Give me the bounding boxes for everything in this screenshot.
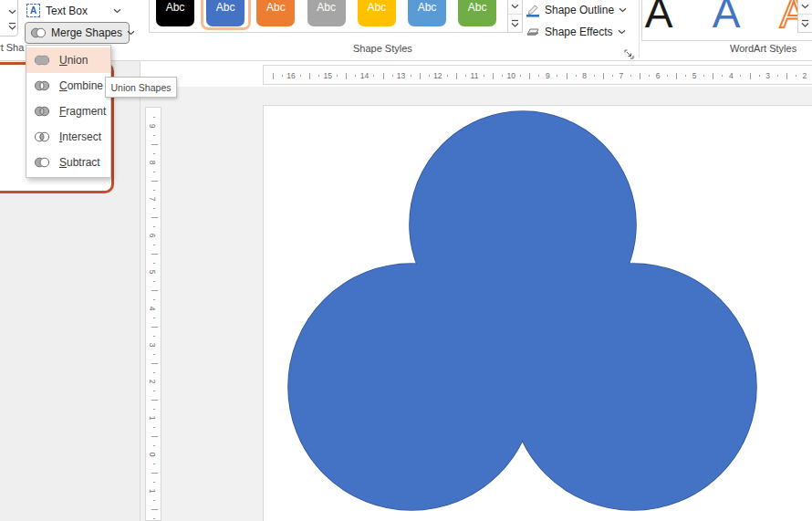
chevron-down-icon [127, 30, 135, 36]
ribbon-bottom-border [0, 60, 812, 61]
merge-shapes-label: Merge Shapes [51, 26, 122, 39]
menu-item-fragment[interactable]: Fragment [26, 99, 110, 124]
menu-item-combine[interactable]: Combine [26, 73, 110, 99]
shape-effects-icon [526, 25, 540, 39]
merge-shapes-button[interactable]: Merge Shapes [25, 22, 130, 44]
chevron-down-icon [113, 8, 121, 14]
group-separator [639, 0, 640, 57]
text-box-icon: A [26, 4, 40, 17]
merge-shapes-menu: UnionCombineFragmentIntersectSubtract [26, 45, 111, 178]
text-box-button[interactable]: A Text Box [26, 2, 121, 19]
combine-shapes-icon [34, 79, 50, 92]
gallery-scroll-down-button[interactable] [798, 0, 812, 14]
shape-styles-group-label: Shape Styles [353, 43, 412, 54]
wordart-styles-group-label: WordArt Styles [730, 43, 796, 54]
menu-item-label: Fragment [59, 105, 106, 118]
shape-styles-gallery-scroll [507, 0, 523, 33]
wordart-style-option[interactable]: A [644, 0, 673, 40]
gallery-more-button[interactable] [5, 19, 18, 34]
chevron-down-icon [619, 7, 627, 13]
wordart-style-option[interactable]: A [712, 0, 741, 40]
intersect-shapes-icon [34, 130, 50, 143]
subtract-shapes-icon [34, 156, 50, 169]
wordart-gallery-scroll [797, 0, 812, 33]
gallery-more-button[interactable] [508, 15, 522, 33]
shape-style-swatch[interactable]: Abc [256, 0, 295, 26]
insert-shapes-gallery-scroll [0, 0, 18, 36]
shape-styles-dialog-launcher-icon[interactable] [624, 47, 634, 57]
shape-style-swatch[interactable]: Abc [156, 0, 194, 26]
merge-shapes-icon [30, 26, 47, 39]
shape-style-swatch[interactable]: Abc [408, 0, 446, 26]
menu-item-label: Combine [59, 79, 103, 92]
chevron-down-icon [618, 29, 626, 35]
shape-outline-label: Shape Outline [545, 4, 614, 16]
menu-item-label: Subtract [59, 156, 100, 169]
shape-style-swatch[interactable]: Abc [358, 0, 396, 26]
gallery-more-icon [801, 16, 809, 32]
menu-item-label: Intersect [59, 130, 101, 143]
horizontal-ruler[interactable]: 1615141312111098765432 [263, 65, 812, 85]
shape-style-swatch[interactable]: Abc [458, 0, 496, 26]
ribbon: rt Sha A Text Box Merge Shapes AbcAbcAbc… [0, 0, 812, 61]
chevron-down-icon [8, 2, 16, 18]
menu-item-label: Union [59, 54, 88, 67]
shape-effects-label: Shape Effects [545, 26, 613, 38]
gallery-more-button[interactable] [798, 15, 812, 33]
tooltip: Union Shapes [105, 77, 177, 98]
menu-item-subtract[interactable]: Subtract [26, 150, 110, 175]
app-window: 1615141312111098765432 98765432101 rt Sh… [0, 0, 812, 521]
merged-circles-shape[interactable] [263, 105, 812, 521]
vertical-ruler[interactable]: 98765432101 [145, 107, 161, 521]
chevron-down-icon [801, 0, 809, 13]
gallery-more-icon [8, 18, 16, 35]
menu-item-union[interactable]: Union [26, 47, 110, 73]
gallery-scroll-down-button[interactable] [508, 0, 522, 14]
shape-effects-button[interactable]: Shape Effects [526, 23, 626, 40]
gallery-more-icon [511, 16, 519, 32]
menu-item-intersect[interactable]: Intersect [26, 124, 110, 150]
union-shapes-icon [34, 54, 50, 67]
tooltip-text: Union Shapes [111, 82, 172, 93]
fragment-shapes-icon [34, 105, 50, 118]
text-box-label: Text Box [46, 5, 88, 17]
gallery-scroll-down-button[interactable] [5, 3, 18, 17]
shape-style-swatch[interactable]: Abc [206, 0, 245, 26]
chevron-down-icon [511, 0, 519, 13]
shape-outline-icon [526, 3, 540, 17]
insert-shapes-group-label: rt Sha [0, 42, 24, 53]
shape-style-swatch[interactable]: Abc [307, 0, 346, 26]
shape-outline-button[interactable]: Shape Outline [526, 1, 627, 18]
wordart-style-options: AAA [644, 0, 812, 40]
